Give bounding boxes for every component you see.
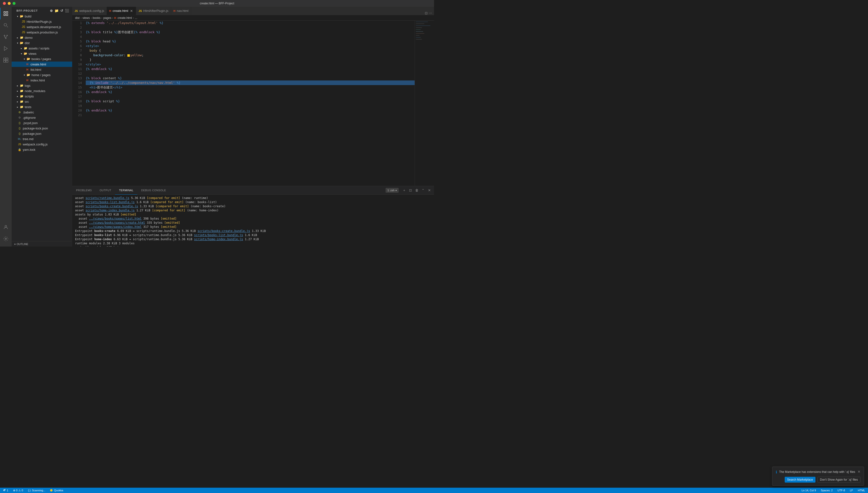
sidebar-header: BFF-PROJECT ⊕ 📁 ↺ ⬛ xyxy=(12,7,72,14)
activity-account[interactable] xyxy=(0,221,12,233)
term-line-10: Entrypoint books-list 6.96 KiB = scripts… xyxy=(75,233,431,237)
term-line-1: asset scripts/runtime.bundle.js 5.36 KiB… xyxy=(75,196,431,200)
svg-rect-17 xyxy=(416,33,424,34)
code-line-6: <style> xyxy=(86,44,415,48)
tree-item-jscpd[interactable]: {} .jscpd.json xyxy=(12,120,72,126)
js-icon-webpack-prod: JS xyxy=(21,30,26,35)
panel-tab-debug-console[interactable]: DEBUG CONSOLE xyxy=(137,186,170,195)
term-line-6: asset ../views/books/pages/list.html 398… xyxy=(75,217,431,221)
activity-debug[interactable] xyxy=(0,43,12,54)
tree-item-tree-md[interactable]: M↓ tree.md xyxy=(12,136,72,142)
tree-item-package-json[interactable]: {} package.json xyxy=(12,131,72,136)
tree-item-dist[interactable]: ▾ 📂 dist xyxy=(12,40,72,46)
md-icon-tree: M↓ xyxy=(18,137,22,141)
bc-pages[interactable]: pages xyxy=(104,16,111,20)
code-content[interactable]: {% extends '../../layouts/layout.html' %… xyxy=(84,21,415,186)
folder-icon-assets: 📁 xyxy=(23,46,28,50)
tree-item-create-html[interactable]: H create.html xyxy=(12,62,72,67)
terminal-maximize-btn[interactable]: ⌃ xyxy=(420,188,426,193)
tree-item-webpack-dev[interactable]: JS webpack.development.js xyxy=(12,24,72,29)
term-line-12: runtime modules 2.38 KiB 3 modules xyxy=(75,241,431,245)
tree-item-htmlafterplugin[interactable]: JS HtmlAfterPlugin.js xyxy=(12,19,72,24)
tree-item-views[interactable]: ▾ 📂 views xyxy=(12,51,72,56)
svg-point-10 xyxy=(5,238,6,239)
folder-icon-views: 📂 xyxy=(23,51,28,56)
svg-point-3 xyxy=(5,38,6,39)
editor-panel-container: 12345 678910 1112131415 1617181920 21 {%… xyxy=(72,21,434,246)
tree-item-index-html[interactable]: H index.html xyxy=(12,78,72,83)
tree-item-scripts[interactable]: ▸ 📁 scripts xyxy=(12,93,72,99)
code-line-8: background-color: yellow; xyxy=(86,53,415,58)
code-editor[interactable]: 12345 678910 1112131415 1617181920 21 {%… xyxy=(72,21,434,186)
tree-item-demo[interactable]: ▸ 📁 demo xyxy=(12,35,72,40)
tree-item-package-lock[interactable]: {} package-lock.json xyxy=(12,126,72,131)
activity-source-control[interactable] xyxy=(0,31,12,43)
terminal-content[interactable]: asset scripts/runtime.bundle.js 5.36 KiB… xyxy=(72,195,434,246)
tree-item-yarn-lock[interactable]: 🔒 yarn.lock xyxy=(12,147,72,152)
panel-tab-output[interactable]: OUTPUT xyxy=(96,186,115,195)
tab-create-html[interactable]: H create.html ✕ xyxy=(107,7,136,15)
tree-item-gitignore[interactable]: ⚙ .gitignore xyxy=(12,115,72,120)
activity-extensions[interactable] xyxy=(0,54,12,66)
tab-htmlafterplugin[interactable]: JS HtmlAfterPlugin.js xyxy=(136,7,171,15)
term-line-3: asset scripts/books-create.bundle.js 1.3… xyxy=(75,204,431,209)
code-line-1: {% extends '../../layouts/layout.html' %… xyxy=(86,21,415,25)
sidebar-header-icons: ⊕ 📁 ↺ ⬛ xyxy=(50,9,69,13)
tree-item-tests[interactable]: ▸ 📁 tests xyxy=(12,104,72,110)
activity-search[interactable] xyxy=(0,19,12,31)
refresh-icon[interactable]: ↺ xyxy=(60,9,64,13)
new-file-icon[interactable]: ⊕ xyxy=(50,9,53,13)
tree-item-assets-scripts[interactable]: ▸ 📁 assets / scripts xyxy=(12,46,72,51)
terminal-split-btn[interactable]: ⊡ xyxy=(408,188,413,193)
folder-icon-dist: 📂 xyxy=(19,41,24,45)
bc-books[interactable]: books xyxy=(93,16,100,20)
svg-marker-4 xyxy=(4,46,7,51)
new-folder-icon[interactable]: 📁 xyxy=(54,9,59,13)
tab-nav-html[interactable]: H nav.html xyxy=(171,7,191,15)
close-button[interactable] xyxy=(3,2,6,5)
activity-explorer[interactable] xyxy=(0,8,12,19)
tree-item-build[interactable]: ▾ 📂 build xyxy=(12,14,72,19)
panel-tab-problems[interactable]: PROBLEMS xyxy=(72,186,96,195)
tab-close-create[interactable]: ✕ xyxy=(130,9,133,13)
bc-dist[interactable]: dist xyxy=(75,16,80,20)
bc-more[interactable]: ... xyxy=(135,16,137,20)
panel-tab-terminal[interactable]: TERMINAL xyxy=(115,186,137,195)
maximize-button[interactable] xyxy=(13,2,16,5)
tree-item-books-pages[interactable]: ▾ 📂 books / pages xyxy=(12,56,72,62)
svg-rect-5 xyxy=(4,58,5,60)
terminal-selector[interactable]: 1: zsh ▾ xyxy=(386,188,398,193)
more-actions-icon[interactable]: ⋯ xyxy=(429,11,432,15)
tree-item-logs[interactable]: ▸ 📁 logs xyxy=(12,83,72,88)
terminal-add-btn[interactable]: + xyxy=(402,188,407,193)
bc-file[interactable]: create.html xyxy=(117,16,132,20)
split-editor-icon[interactable]: ⊡ xyxy=(425,11,428,15)
minimize-button[interactable] xyxy=(8,2,11,5)
term-line-8: asset ../views/home/pages/index.html 317… xyxy=(75,225,431,229)
collapse-icon[interactable]: ⬛ xyxy=(65,9,69,13)
terminal-trash-btn[interactable]: 🗑 xyxy=(414,188,419,193)
folder-icon-node-modules: 📁 xyxy=(19,89,24,93)
arrow-build: ▾ xyxy=(16,15,19,18)
outline-arrow: ▸ xyxy=(15,243,16,245)
outline-bar[interactable]: ▸ OUTLINE xyxy=(12,241,72,246)
tree-item-node-modules[interactable]: ▸ 📁 node_modules xyxy=(12,88,72,93)
bc-views[interactable]: views xyxy=(83,16,90,20)
term-line-7: asset ../views/books/pages/create.html 3… xyxy=(75,221,431,225)
tree-item-src[interactable]: ▸ 📁 src xyxy=(12,99,72,104)
tree-item-home-pages[interactable]: ▾ 📂 home / pages xyxy=(12,72,72,78)
code-line-7: body { xyxy=(86,48,415,53)
bc-file-icon: H xyxy=(114,17,116,19)
code-line-19 xyxy=(86,104,415,108)
activity-settings[interactable] xyxy=(0,233,12,244)
terminal-close-btn[interactable]: ✕ xyxy=(427,188,432,193)
tree-item-babelrc[interactable]: ⚙ .babelrc xyxy=(12,110,72,115)
tab-webpack-config[interactable]: JS webpack.config.js xyxy=(72,7,107,15)
tree-item-webpack-config[interactable]: JS webpack.config.js xyxy=(12,142,72,147)
term-line-5: assets by status 1.03 KiB [emitted] xyxy=(75,213,431,217)
svg-rect-6 xyxy=(6,58,8,60)
titlebar: create.html — BFF-Project xyxy=(0,0,434,7)
tree-item-webpack-prod[interactable]: JS webpack.production.js xyxy=(12,29,72,35)
folder-icon-home: 📂 xyxy=(26,73,30,77)
tree-item-list-html[interactable]: H list.html xyxy=(12,67,72,72)
